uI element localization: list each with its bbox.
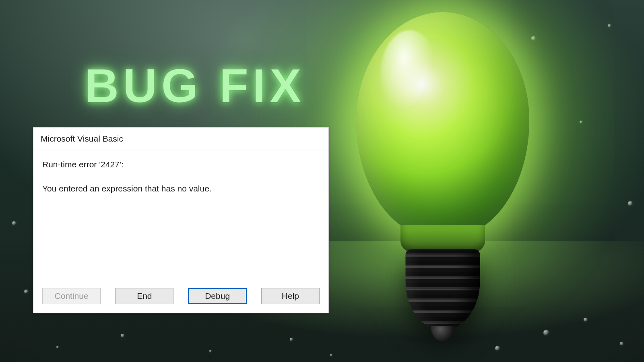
lightbulb-graphic <box>338 12 547 358</box>
lightbulb-base <box>406 249 480 330</box>
lightbulb-glass <box>356 12 529 237</box>
end-button[interactable]: End <box>115 288 173 304</box>
help-button[interactable]: Help <box>261 288 320 304</box>
continue-button: Continue <box>42 288 101 304</box>
dialog-button-row: Continue End Debug Help <box>33 288 328 313</box>
lightbulb-tip <box>431 326 455 342</box>
error-code-line: Run-time error '2427': <box>42 159 320 170</box>
debug-button[interactable]: Debug <box>188 288 246 304</box>
headline-text: BUG FIX <box>85 58 305 113</box>
dialog-body: Run-time error '2427': You entered an ex… <box>33 150 328 288</box>
error-dialog: Microsoft Visual Basic Run-time error '2… <box>33 127 329 313</box>
dialog-title: Microsoft Visual Basic <box>41 134 123 144</box>
dialog-titlebar[interactable]: Microsoft Visual Basic <box>33 128 328 150</box>
background-scene: BUG FIX Microsoft Visual Basic Run-time … <box>0 0 644 362</box>
error-message-line: You entered an expression that has no va… <box>42 183 320 194</box>
